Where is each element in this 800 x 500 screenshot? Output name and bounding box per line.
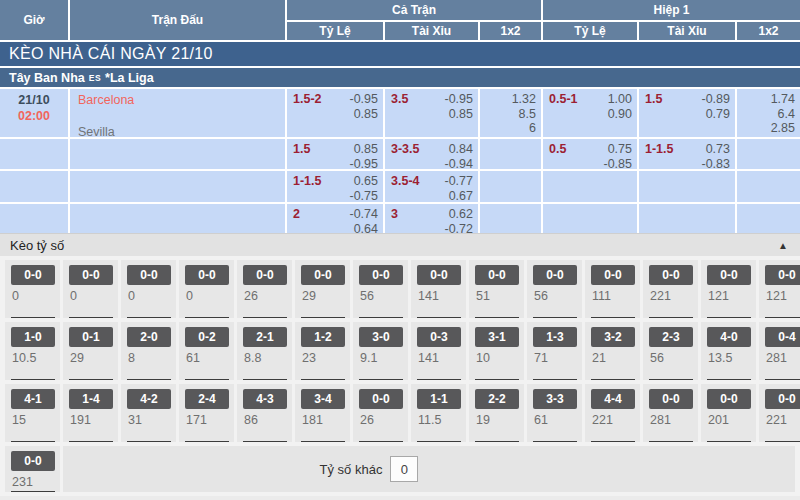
handicap-value: 0.5-1 (549, 92, 578, 137)
score-button[interactable]: 1-0 (11, 327, 55, 347)
score-button[interactable]: 0-0 (69, 265, 113, 285)
odds-cell-half-1x2 (737, 171, 800, 202)
score-button[interactable]: 4-2 (127, 389, 171, 409)
score-button[interactable]: 4-1 (11, 389, 55, 409)
score-section-title: Kèo tỷ số (10, 238, 64, 253)
score-button[interactable]: 2-4 (185, 389, 229, 409)
score-button[interactable]: 0-0 (359, 389, 403, 409)
score-button[interactable]: 0-0 (127, 265, 171, 285)
score-button[interactable]: 0-2 (185, 327, 229, 347)
score-button[interactable]: 0-0 (591, 265, 635, 285)
score-value: 26 (359, 413, 374, 427)
handicap-value: 1.5 (645, 92, 662, 137)
score-button[interactable]: 2-0 (127, 327, 171, 347)
odds-cell-half-overunder (639, 204, 735, 233)
score-button[interactable]: 0-0 (649, 265, 693, 285)
handicap-value: 1-1.5 (293, 174, 322, 202)
team-name[interactable]: Barcelona (78, 92, 285, 108)
score-button[interactable]: 0-3 (417, 327, 461, 347)
odds-value: 0.90 (608, 107, 632, 122)
odds-values: 1.328.56 (512, 92, 536, 137)
odds-cell-half-overunder[interactable]: 1.5-0.890.79 (639, 89, 735, 137)
score-button[interactable]: 0-0 (185, 265, 229, 285)
score-button[interactable]: 0-0 (707, 265, 751, 285)
score-button[interactable]: 0-4 (765, 327, 800, 347)
score-button[interactable]: 0-0 (11, 451, 55, 471)
score-cell: 0-00 (179, 260, 234, 318)
score-value: 221 (591, 413, 613, 427)
team-name[interactable]: Sevilla (78, 124, 285, 137)
handicap-value: 0.5 (549, 142, 566, 169)
odds-cell-half-1x2[interactable]: 1.746.42.85 (737, 89, 800, 137)
odds-cell-full-overunder[interactable]: 3.5-0.950.85 (385, 89, 478, 137)
score-cell: 0-4281 (759, 322, 800, 380)
score-value: 15 (11, 413, 26, 427)
score-button[interactable]: 0-0 (475, 265, 519, 285)
league-bar[interactable]: Tây Ban Nha ES *La Liga (0, 68, 800, 87)
score-value: 141 (417, 289, 439, 303)
odds-cell-full-overunder: 3.5-4-0.770.67 (385, 171, 478, 202)
score-cell: 0-056 (527, 260, 582, 318)
odds-value: 6.4 (778, 107, 795, 122)
score-button[interactable]: 0-0 (243, 265, 287, 285)
score-button[interactable]: 0-1 (69, 327, 113, 347)
collapse-arrow-icon[interactable]: ▲ (778, 240, 788, 251)
score-button[interactable]: 0-0 (765, 389, 800, 409)
score-button[interactable]: 0-0 (11, 265, 55, 285)
handicap-value: 3 (391, 207, 398, 233)
score-button[interactable]: 1-3 (533, 327, 577, 347)
score-button[interactable]: 3-2 (591, 327, 635, 347)
score-button[interactable]: 0-0 (301, 265, 345, 285)
score-button[interactable]: 3-3 (533, 389, 577, 409)
score-button[interactable]: 2-2 (475, 389, 519, 409)
score-cell: 0-00 (121, 260, 176, 318)
odds-value: 1.74 (771, 92, 795, 107)
handicap-value: 3-3.5 (391, 142, 420, 169)
score-button[interactable]: 0-0 (359, 265, 403, 285)
score-cell: 2-08 (121, 322, 176, 380)
odds-value: 2.85 (771, 121, 795, 136)
score-value: 191 (69, 413, 91, 427)
score-button[interactable]: 1-1 (417, 389, 461, 409)
score-value: 13.5 (707, 351, 732, 365)
score-button[interactable]: 4-4 (591, 389, 635, 409)
score-button[interactable]: 4-3 (243, 389, 287, 409)
odds-cell-full-handicap[interactable]: 2-0.740.64 (287, 204, 383, 233)
score-cell: 0-3141 (411, 322, 466, 380)
score-button[interactable]: 0-0 (533, 265, 577, 285)
score-grid: 0-000-000-000-000-0260-0290-0560-01410-0… (0, 256, 800, 442)
handicap-value: 3.5 (391, 92, 408, 137)
odds-cell-full-1x2[interactable]: 1.328.56 (480, 89, 541, 137)
score-button[interactable]: 1-2 (301, 327, 345, 347)
score-button[interactable]: 2-3 (649, 327, 693, 347)
score-button[interactable]: 1-4 (69, 389, 113, 409)
odds-cell-half-handicap[interactable]: 0.50.75-0.85 (543, 139, 637, 169)
header-cell-match: Trận Đấu (70, 0, 285, 40)
odds-cell-half-1x2 (737, 139, 800, 169)
score-button[interactable]: 4-0 (707, 327, 751, 347)
score-cell: 4-4221 (585, 384, 640, 442)
league-name: *La Liga (105, 71, 154, 85)
odds-cell-full-overunder[interactable]: 30.62-0.72 (385, 204, 478, 233)
score-value: 61 (533, 413, 548, 427)
score-cell: 0-029 (295, 260, 350, 318)
score-button[interactable]: 3-1 (475, 327, 519, 347)
score-button[interactable]: 0-0 (707, 389, 751, 409)
score-button[interactable]: 2-1 (243, 327, 287, 347)
odds-values: 1.746.42.85 (771, 92, 795, 137)
match-time-cell: 21/1002:00 (0, 89, 68, 137)
score-cell: 1-111.5 (411, 384, 466, 442)
odds-cell-full-handicap[interactable]: 1.50.85-0.95 (287, 139, 383, 169)
score-button[interactable]: 3-0 (359, 327, 403, 347)
score-button[interactable]: 0-0 (417, 265, 461, 285)
odds-value: 0.67 (449, 189, 473, 203)
score-button[interactable]: 0-0 (765, 265, 800, 285)
odds-value: 0.73 (706, 142, 730, 157)
score-cell: 3-09.1 (353, 322, 408, 380)
score-value: 86 (243, 413, 258, 427)
score-cell: 3-4181 (295, 384, 350, 442)
other-score-input[interactable] (390, 456, 418, 482)
score-button[interactable]: 3-4 (301, 389, 345, 409)
score-button[interactable]: 0-0 (649, 389, 693, 409)
odds-value: 0.65 (354, 174, 378, 189)
